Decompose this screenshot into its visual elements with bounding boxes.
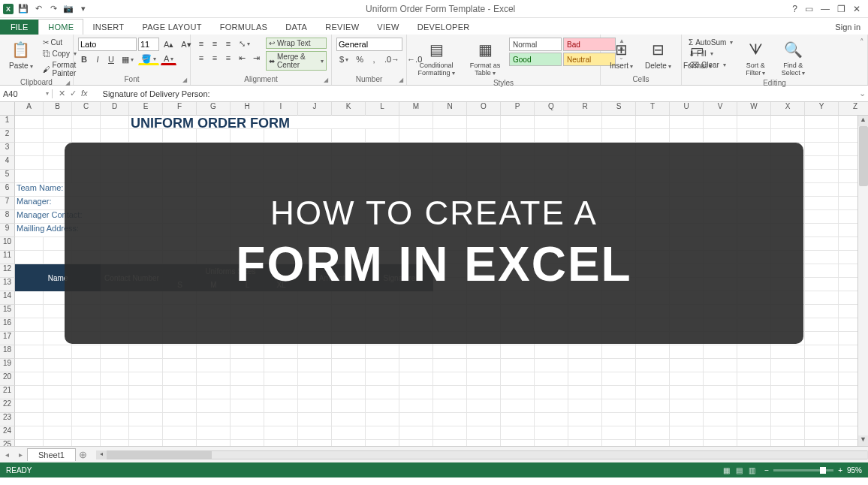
cell[interactable] bbox=[44, 399, 72, 413]
tab-formulas[interactable]: FORMULAS bbox=[211, 20, 277, 35]
cell[interactable] bbox=[636, 359, 670, 372]
row-header[interactable]: 20 bbox=[0, 372, 15, 386]
cell[interactable] bbox=[231, 440, 264, 446]
cell[interactable] bbox=[332, 129, 366, 143]
cell[interactable] bbox=[366, 129, 399, 143]
cell[interactable] bbox=[467, 426, 501, 440]
scroll-up-icon[interactable]: ▲ bbox=[858, 116, 868, 126]
cell[interactable] bbox=[501, 129, 535, 143]
cell[interactable] bbox=[501, 116, 535, 129]
row-header[interactable]: 2 bbox=[0, 129, 15, 143]
cell[interactable] bbox=[433, 129, 467, 143]
cell[interactable] bbox=[264, 129, 298, 143]
cell[interactable] bbox=[602, 372, 636, 386]
font-size-input[interactable] bbox=[138, 38, 159, 51]
cell[interactable] bbox=[129, 399, 163, 413]
cell[interactable] bbox=[197, 413, 231, 426]
font-name-input[interactable] bbox=[78, 38, 137, 51]
cell[interactable] bbox=[535, 345, 568, 359]
cell[interactable] bbox=[399, 345, 433, 359]
cell[interactable] bbox=[101, 426, 129, 440]
cell[interactable] bbox=[399, 129, 433, 143]
percent-format-icon[interactable]: % bbox=[353, 53, 366, 65]
column-header[interactable]: F bbox=[163, 102, 197, 116]
row-header[interactable]: 21 bbox=[0, 386, 15, 399]
cell[interactable] bbox=[44, 372, 72, 386]
cell[interactable] bbox=[737, 129, 771, 143]
row-header[interactable]: 15 bbox=[0, 305, 15, 318]
cell[interactable] bbox=[197, 129, 231, 143]
cell[interactable] bbox=[15, 426, 44, 440]
cell[interactable] bbox=[704, 386, 737, 399]
increase-decimal-icon[interactable]: .0→ bbox=[381, 53, 402, 65]
column-header[interactable]: W bbox=[737, 102, 771, 116]
zoom-in-icon[interactable]: + bbox=[838, 466, 842, 474]
cell[interactable] bbox=[298, 345, 332, 359]
row-header[interactable]: 11 bbox=[0, 251, 15, 264]
cell[interactable] bbox=[602, 399, 636, 413]
cell[interactable] bbox=[264, 372, 298, 386]
align-bottom-icon[interactable]: ≡ bbox=[222, 38, 234, 50]
cell[interactable] bbox=[366, 372, 399, 386]
paste-button[interactable]: 📋 Paste bbox=[5, 38, 38, 71]
cell[interactable] bbox=[231, 345, 264, 359]
column-header[interactable]: Y bbox=[805, 102, 839, 116]
cell[interactable] bbox=[298, 372, 332, 386]
cell[interactable] bbox=[602, 386, 636, 399]
cell[interactable] bbox=[399, 413, 433, 426]
font-color-button[interactable]: A bbox=[161, 53, 176, 65]
cell[interactable] bbox=[771, 399, 805, 413]
row-header[interactable]: 16 bbox=[0, 318, 15, 332]
accounting-format-icon[interactable]: $ bbox=[336, 53, 351, 65]
cell-style-good[interactable]: Good bbox=[509, 53, 562, 66]
column-header[interactable]: B bbox=[44, 102, 72, 116]
cell[interactable] bbox=[366, 399, 399, 413]
cell[interactable] bbox=[129, 129, 163, 143]
view-page-layout-icon[interactable]: ▤ bbox=[736, 466, 743, 474]
sign-in-link[interactable]: Sign in bbox=[827, 20, 868, 35]
cell[interactable] bbox=[568, 116, 602, 129]
cell[interactable] bbox=[332, 426, 366, 440]
cell[interactable] bbox=[568, 440, 602, 446]
cell[interactable] bbox=[501, 413, 535, 426]
cell[interactable] bbox=[636, 116, 670, 129]
name-box[interactable]: A40▾ bbox=[0, 89, 53, 98]
cell[interactable] bbox=[298, 440, 332, 446]
tab-home[interactable]: HOME bbox=[38, 19, 83, 35]
cell[interactable] bbox=[15, 440, 44, 446]
border-button[interactable]: ▦ bbox=[119, 53, 137, 65]
zoom-slider-knob[interactable] bbox=[820, 467, 826, 474]
zoom-slider[interactable] bbox=[773, 469, 833, 471]
cell[interactable] bbox=[737, 116, 771, 129]
alignment-launcher-icon[interactable]: ◢ bbox=[324, 77, 328, 83]
cell[interactable]: UNIFORM ORDER FORM bbox=[129, 116, 399, 129]
cell[interactable] bbox=[298, 359, 332, 372]
cell[interactable] bbox=[805, 156, 839, 170]
cell[interactable] bbox=[805, 116, 839, 129]
cell[interactable] bbox=[15, 318, 44, 332]
row-header[interactable]: 3 bbox=[0, 143, 15, 156]
find-select-button[interactable]: 🔍Find & Select bbox=[776, 38, 810, 79]
hscroll-left-icon[interactable]: ◂ bbox=[96, 450, 107, 459]
cell[interactable] bbox=[264, 440, 298, 446]
cell[interactable] bbox=[101, 399, 129, 413]
cell[interactable] bbox=[805, 318, 839, 332]
cell[interactable] bbox=[737, 386, 771, 399]
clear-button[interactable]: ⌫Clear bbox=[686, 60, 735, 70]
cell[interactable] bbox=[670, 399, 704, 413]
cell[interactable] bbox=[101, 345, 129, 359]
cell-style-normal[interactable]: Normal bbox=[509, 38, 562, 51]
cell[interactable] bbox=[602, 345, 636, 359]
cell[interactable] bbox=[366, 386, 399, 399]
minimize-icon[interactable]: — bbox=[821, 4, 830, 14]
cell[interactable] bbox=[44, 345, 72, 359]
qat-save-icon[interactable]: 💾 bbox=[18, 4, 29, 14]
cell[interactable] bbox=[602, 426, 636, 440]
cell[interactable] bbox=[332, 359, 366, 372]
cell[interactable] bbox=[805, 372, 839, 386]
row-header[interactable]: 13 bbox=[0, 278, 15, 291]
orientation-icon[interactable]: ⤡ bbox=[236, 38, 253, 50]
cell[interactable] bbox=[399, 440, 433, 446]
cell[interactable] bbox=[332, 440, 366, 446]
view-normal-icon[interactable]: ▦ bbox=[723, 466, 730, 474]
